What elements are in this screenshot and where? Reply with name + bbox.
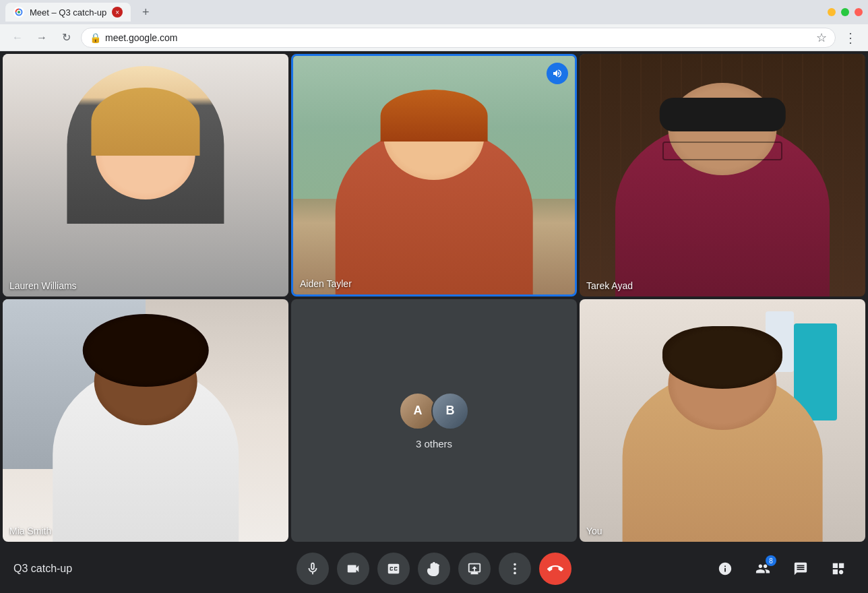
url-text: meet.google.com — [105, 32, 177, 43]
participant-name-aiden: Aiden Tayler — [300, 278, 352, 289]
participant-name-tarek: Tarek Ayad — [586, 280, 633, 291]
tab-close-button[interactable]: × — [112, 7, 123, 18]
browser-addressbar: ← → ↻ 🔒 meet.google.com ☆ ⋮ — [0, 24, 868, 51]
info-icon — [718, 561, 733, 576]
address-bar[interactable]: 🔒 meet.google.com ☆ — [81, 28, 836, 48]
mic-icon — [305, 561, 320, 576]
speaking-indicator — [547, 63, 568, 84]
info-button[interactable] — [709, 553, 741, 585]
people-badge: 8 — [766, 555, 776, 566]
svg-point-4 — [514, 572, 516, 575]
video-tile-mia: Mia Smith — [3, 299, 288, 542]
svg-point-2 — [514, 563, 516, 566]
tab-favicon — [13, 7, 24, 18]
participant-name-lauren: Lauren Williams — [9, 280, 77, 291]
speaking-icon — [552, 68, 563, 79]
tab-title: Meet – Q3 catch-up — [30, 7, 106, 18]
controls-group — [297, 553, 571, 585]
meeting-title: Q3 catch-up — [13, 563, 72, 575]
browser-titlebar: Meet – Q3 catch-up × + — [0, 0, 868, 24]
end-call-button[interactable] — [539, 553, 571, 585]
close-button[interactable] — [855, 8, 863, 16]
browser-tab[interactable]: Meet – Q3 catch-up × — [5, 3, 131, 22]
others-avatar-2: B — [431, 392, 469, 430]
present-icon — [467, 561, 482, 576]
browser-menu-button[interactable]: ⋮ — [841, 28, 860, 47]
bookmark-button[interactable]: ☆ — [816, 30, 827, 45]
video-tile-others: A B 3 others — [291, 299, 577, 542]
right-controls: 8 — [709, 553, 855, 585]
participant-name-mia: Mia Smith — [9, 526, 51, 536]
svg-point-1 — [18, 11, 20, 13]
captions-icon — [386, 561, 401, 576]
captions-button[interactable] — [377, 553, 410, 585]
activities-button[interactable] — [822, 553, 855, 585]
more-options-button[interactable] — [499, 553, 531, 585]
video-tile-tarek: Tarek Ayad — [580, 54, 865, 296]
video-tile-lauren: Lauren Williams — [3, 54, 288, 296]
video-tile-aiden: Aiden Tayler — [291, 54, 577, 296]
video-tile-you: You — [580, 299, 865, 542]
present-button[interactable] — [458, 553, 491, 585]
chat-button[interactable] — [784, 553, 817, 585]
activities-icon — [831, 561, 846, 576]
meet-container: Lauren Williams Aiden Tayler — [0, 51, 868, 593]
lock-icon: 🔒 — [90, 32, 101, 43]
others-avatars: A B — [399, 392, 469, 430]
svg-point-3 — [514, 567, 516, 570]
maximize-button[interactable] — [841, 8, 849, 16]
raise-hand-button[interactable] — [418, 553, 450, 585]
camera-button[interactable] — [337, 553, 369, 585]
more-icon — [507, 561, 522, 576]
minimize-button[interactable] — [828, 8, 836, 16]
chat-icon — [793, 561, 808, 576]
mic-button[interactable] — [297, 553, 329, 585]
window-controls — [828, 8, 863, 16]
people-button[interactable]: 8 — [747, 553, 779, 585]
others-count: 3 others — [416, 438, 452, 449]
bottom-bar: Q3 catch-up — [0, 544, 868, 593]
forward-button[interactable]: → — [32, 28, 51, 47]
new-tab-button[interactable]: + — [136, 3, 155, 22]
hand-icon — [427, 561, 441, 576]
camera-icon — [346, 561, 361, 576]
video-grid: Lauren Williams Aiden Tayler — [0, 51, 868, 544]
reload-button[interactable]: ↻ — [57, 28, 75, 47]
back-button[interactable]: ← — [8, 28, 27, 47]
browser-chrome: Meet – Q3 catch-up × + ← → ↻ 🔒 meet.goog… — [0, 0, 868, 51]
participant-name-you: You — [586, 526, 602, 536]
end-call-icon — [547, 561, 563, 577]
